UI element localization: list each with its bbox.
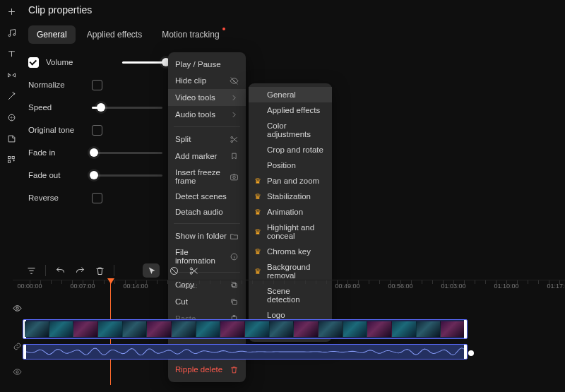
menu-hide-clip[interactable]: Hide clip bbox=[168, 72, 246, 89]
marker-icon bbox=[229, 151, 239, 161]
tab-motion-tracking[interactable]: Motion tracking bbox=[153, 25, 227, 44]
info-icon bbox=[229, 251, 239, 261]
svg-point-2 bbox=[13, 93, 14, 94]
properties-tabs: General Applied effects Motion tracking bbox=[28, 25, 559, 44]
audio-clip[interactable] bbox=[23, 344, 468, 360]
svg-point-3 bbox=[12, 92, 13, 93]
menu-ripple-delete[interactable]: Ripple delete bbox=[168, 361, 246, 378]
volume-label: Volume bbox=[46, 58, 109, 66]
menu-separator bbox=[174, 126, 240, 127]
undo-icon[interactable] bbox=[54, 265, 66, 276]
clip-thumbnails bbox=[25, 321, 465, 337]
cut-icon bbox=[229, 297, 239, 307]
speed-slider[interactable] bbox=[92, 107, 162, 109]
pointer-tool-icon[interactable] bbox=[143, 263, 160, 278]
ruler-label: 01:17:00 bbox=[547, 283, 565, 290]
video-clip[interactable] bbox=[23, 319, 468, 339]
audio-waveform bbox=[26, 346, 464, 357]
svg-rect-15 bbox=[232, 300, 237, 304]
submenu-applied-effects[interactable]: Applied effects bbox=[249, 102, 332, 118]
music-icon[interactable] bbox=[6, 27, 17, 38]
svg-rect-10 bbox=[231, 174, 238, 179]
svg-rect-7 bbox=[8, 160, 10, 162]
clip-handle-right[interactable] bbox=[464, 320, 467, 338]
menu-cut[interactable]: Cut bbox=[168, 293, 246, 310]
submenu-chroma-key[interactable]: ♛Chroma key bbox=[249, 244, 332, 259]
menu-add-marker[interactable]: Add marker bbox=[168, 148, 246, 165]
toolbar-separator bbox=[114, 265, 114, 276]
menu-insert-freeze-frame[interactable]: Insert freeze frame bbox=[168, 165, 246, 189]
timeline-toolbar bbox=[21, 263, 565, 278]
scissors-icon bbox=[229, 134, 239, 144]
submenu-highlight-conceal[interactable]: ♛Highlight and conceal bbox=[249, 220, 332, 244]
camera-icon bbox=[230, 172, 239, 182]
crown-icon: ♛ bbox=[254, 228, 261, 236]
menu-separator bbox=[174, 223, 240, 224]
export-icon[interactable] bbox=[6, 133, 17, 144]
panel-title: Clip properties bbox=[28, 4, 559, 16]
track-visibility-icon[interactable] bbox=[13, 304, 21, 315]
timeline-ruler[interactable]: 00:00:0000:07:0000:14:0000:21:00:49:0000… bbox=[13, 280, 565, 292]
menu-show-in-folder[interactable]: Show in folder bbox=[168, 227, 246, 244]
reverse-label: Reverse bbox=[28, 194, 92, 202]
more-tools-icon[interactable] bbox=[6, 154, 17, 165]
svg-point-11 bbox=[233, 176, 235, 178]
menu-audio-tools[interactable]: Audio tools bbox=[168, 106, 246, 123]
menu-detect-scenes[interactable]: Detect scenes bbox=[168, 189, 246, 204]
reverse-checkbox[interactable] bbox=[92, 193, 102, 203]
row-volume: Volume bbox=[28, 55, 559, 69]
crown-icon: ♛ bbox=[254, 248, 261, 256]
menu-video-tools[interactable]: Video tools bbox=[168, 89, 246, 106]
submenu-pan-zoom[interactable]: ♛Pan and zoom bbox=[249, 173, 332, 189]
fade-out-slider[interactable] bbox=[92, 174, 162, 177]
clip-volume-knob[interactable] bbox=[468, 350, 474, 356]
svg-rect-5 bbox=[8, 156, 10, 158]
clip-handle-right[interactable] bbox=[464, 345, 467, 359]
tab-applied-effects[interactable]: Applied effects bbox=[78, 25, 151, 44]
track-link-icon[interactable] bbox=[13, 342, 21, 353]
chevron-right-icon bbox=[229, 93, 239, 102]
original-tone-checkbox[interactable] bbox=[92, 125, 102, 136]
volume-checkbox[interactable] bbox=[28, 57, 39, 68]
speed-label: Speed bbox=[28, 103, 92, 112]
crown-icon: ♛ bbox=[254, 193, 261, 201]
split-tool-icon[interactable] bbox=[188, 265, 199, 276]
svg-point-0 bbox=[8, 34, 11, 36]
redo-icon[interactable] bbox=[74, 265, 85, 276]
left-tool-rail bbox=[0, 0, 23, 392]
fade-in-slider[interactable] bbox=[92, 152, 162, 154]
fade-in-label: Fade in bbox=[28, 148, 92, 157]
normalize-label: Normalize bbox=[28, 81, 92, 89]
original-tone-label: Original tone bbox=[28, 126, 92, 134]
toolbar-separator bbox=[45, 265, 46, 276]
menu-play-pause[interactable]: Play / Pause bbox=[168, 57, 246, 72]
svg-rect-6 bbox=[12, 156, 14, 158]
submenu-position[interactable]: Position bbox=[249, 158, 332, 173]
add-icon[interactable] bbox=[6, 6, 17, 17]
filter-icon[interactable] bbox=[25, 265, 37, 276]
normalize-checkbox[interactable] bbox=[92, 80, 102, 90]
transition-icon[interactable] bbox=[6, 69, 17, 81]
crown-icon: ♛ bbox=[254, 177, 261, 185]
submenu-animation[interactable]: ♛Animation bbox=[249, 204, 332, 220]
submenu-general[interactable]: General bbox=[249, 87, 332, 102]
crown-icon: ♛ bbox=[254, 208, 261, 216]
disable-icon[interactable] bbox=[168, 265, 179, 276]
delete-icon[interactable] bbox=[94, 265, 105, 276]
chevron-right-icon bbox=[229, 109, 239, 119]
fade-out-label: Fade out bbox=[28, 171, 92, 179]
submenu-crop-rotate[interactable]: Crop and rotate bbox=[249, 142, 332, 158]
submenu-stabilization[interactable]: ♛Stabilization bbox=[249, 189, 332, 204]
submenu-color-adjustments[interactable]: Color adjustments bbox=[249, 118, 332, 142]
menu-split[interactable]: Split bbox=[168, 131, 246, 148]
svg-point-25 bbox=[16, 371, 18, 373]
effects-icon[interactable] bbox=[6, 90, 17, 102]
track-visibility-icon[interactable] bbox=[13, 367, 21, 379]
text-icon[interactable] bbox=[6, 48, 17, 59]
svg-point-1 bbox=[13, 33, 15, 35]
eye-off-icon bbox=[229, 76, 239, 85]
menu-detach-audio[interactable]: Detach audio bbox=[168, 204, 246, 220]
trash-icon bbox=[229, 364, 239, 374]
elements-icon[interactable] bbox=[6, 112, 17, 123]
tab-general[interactable]: General bbox=[28, 25, 76, 44]
